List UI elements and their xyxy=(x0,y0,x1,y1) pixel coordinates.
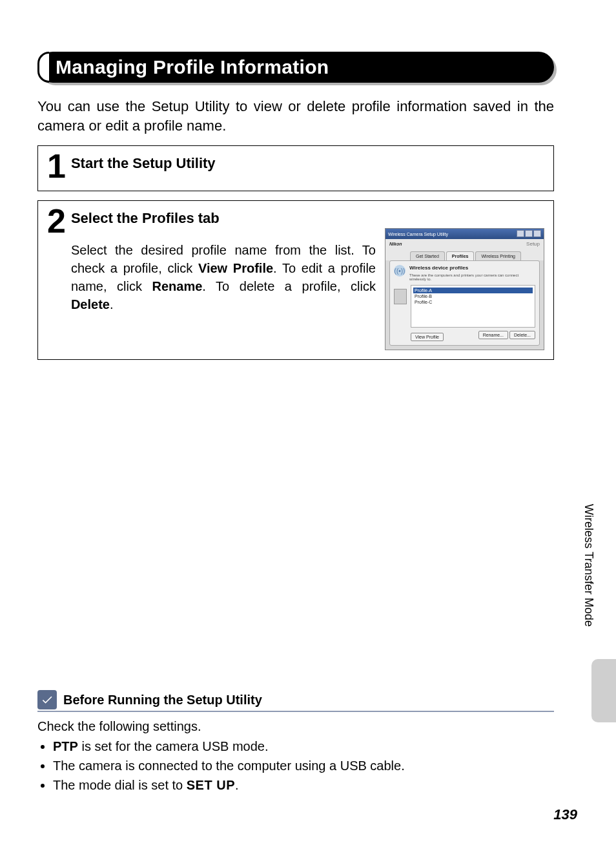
note-item: PTP is set for the camera USB mode. xyxy=(53,737,554,756)
delete-button[interactable]: Delete... xyxy=(509,331,535,339)
check-icon xyxy=(37,690,57,709)
tab-get-started[interactable]: Get Started xyxy=(410,251,445,260)
tab-wireless-printing[interactable]: Wireless Printing xyxy=(475,251,521,260)
note-title: Before Running the Setup Utility xyxy=(63,693,262,708)
window-controls[interactable] xyxy=(516,230,541,238)
dialog-title: Wireless Camera Setup Utility xyxy=(388,232,448,236)
list-item[interactable]: Profile-A xyxy=(413,288,533,293)
step-2: 2 Select the Profiles tab Select the des… xyxy=(37,200,554,360)
step-2-title: Select the Profiles tab xyxy=(71,210,544,227)
list-item[interactable]: Profile-C xyxy=(413,299,533,305)
profiles-dialog-screenshot: Wireless Camera Setup Utility Nikon Setu… xyxy=(385,228,544,350)
profiles-list[interactable]: Profile-A Profile-B Profile-C xyxy=(411,285,535,328)
document-icon xyxy=(394,289,407,304)
step-2-text: Select the desired profile name from the… xyxy=(71,241,376,337)
side-section-label: Wireless Transfer Mode xyxy=(582,504,595,627)
note-block: Before Running the Setup Utility Check t… xyxy=(37,690,554,795)
brand-label: Nikon xyxy=(389,242,402,246)
note-lead: Check the following settings. xyxy=(37,717,554,736)
step-1-title: Start the Setup Utility xyxy=(71,155,544,172)
section-title: Managing Profile Information xyxy=(56,56,329,78)
wireless-icon: ((•)) xyxy=(394,265,406,277)
step-2-number: 2 xyxy=(47,206,66,236)
note-item: The mode dial is set to SET UP. xyxy=(53,776,554,795)
setup-label: Setup xyxy=(526,241,540,247)
rename-button[interactable]: Rename... xyxy=(478,331,508,339)
view-profile-button[interactable]: View Profile xyxy=(411,333,444,341)
note-item: The camera is connected to the computer … xyxy=(53,757,554,775)
list-item[interactable]: Profile-B xyxy=(413,293,533,299)
section-heading: Managing Profile Information xyxy=(37,52,554,83)
step-1-number: 1 xyxy=(47,151,66,182)
tab-profiles[interactable]: Profiles xyxy=(446,251,475,260)
step-1: 1 Start the Setup Utility xyxy=(37,145,554,191)
side-thumb-tab xyxy=(591,659,616,722)
page-number: 139 xyxy=(553,806,577,823)
panel-heading: Wireless device profiles xyxy=(409,265,535,271)
intro-paragraph: You can use the Setup Utility to view or… xyxy=(37,97,554,135)
panel-subtext: These are the computers and printers you… xyxy=(409,273,535,281)
